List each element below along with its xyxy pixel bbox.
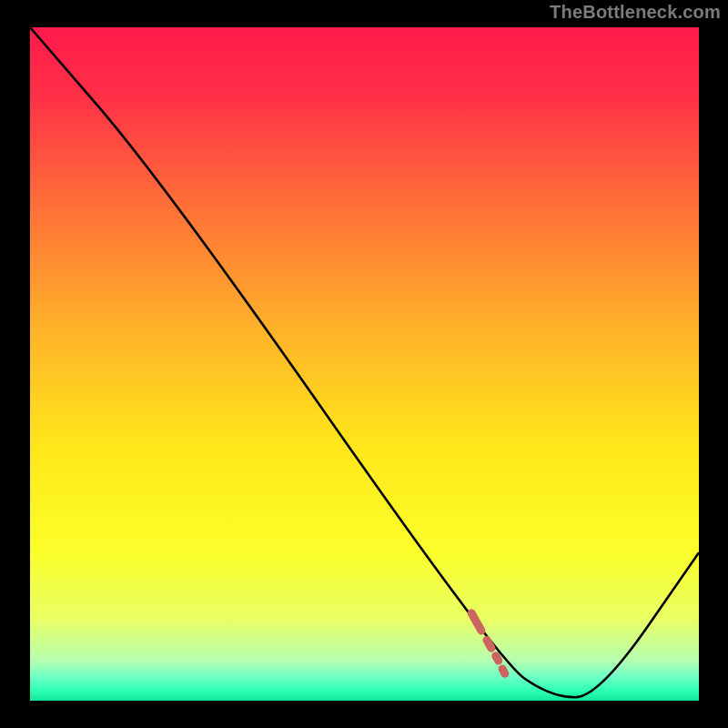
- attribution-label: TheBottleneck.com: [550, 2, 721, 23]
- chart-frame: TheBottleneck.com: [0, 0, 728, 728]
- bottleneck-chart: [0, 0, 728, 728]
- plot-background: [30, 27, 699, 701]
